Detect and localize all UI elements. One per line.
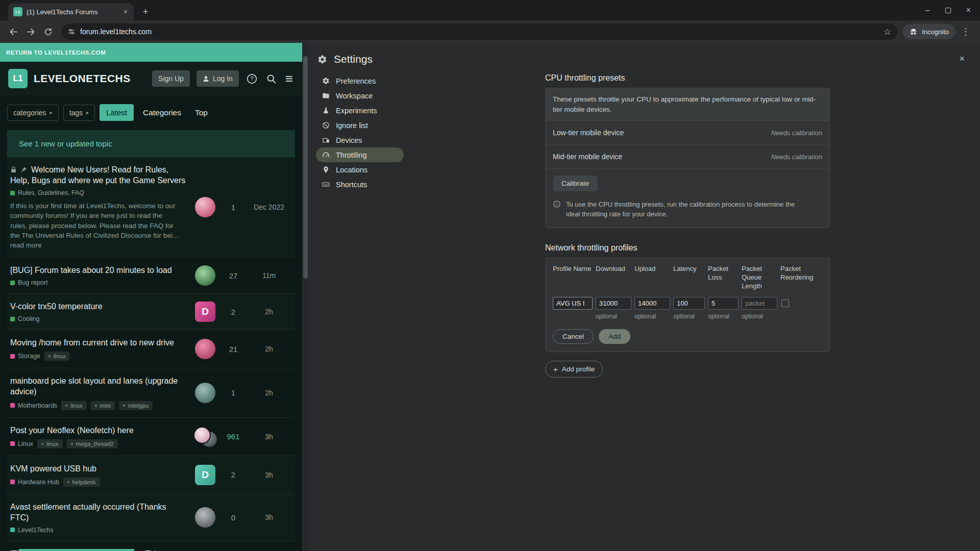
window-minimize-icon[interactable]: – <box>925 8 930 13</box>
cancel-button[interactable]: Cancel <box>553 329 594 344</box>
new-tab-button[interactable]: + <box>138 4 153 19</box>
hamburger-menu-icon[interactable]: ≡ <box>284 72 294 85</box>
tags-dropdown[interactable]: tags ▸ <box>63 105 95 121</box>
settings-close-icon[interactable]: × <box>956 53 968 65</box>
category-color-square <box>10 354 15 359</box>
category-badge[interactable]: Linux <box>10 440 33 447</box>
new-topics-banner[interactable]: See 1 new or updated topic <box>7 130 295 157</box>
site-logo[interactable]: L1 <box>8 69 28 88</box>
settings-menu-workspace[interactable]: Workspace <box>316 88 404 103</box>
tab-top[interactable]: Top <box>190 105 212 121</box>
site-brand[interactable]: LEVELONETECHS <box>34 72 131 85</box>
avatar[interactable] <box>195 507 215 528</box>
category-badge[interactable]: Bug report <box>10 279 47 286</box>
avatar[interactable] <box>195 197 215 217</box>
profile-name-input[interactable] <box>553 297 593 310</box>
avatar[interactable] <box>195 339 215 359</box>
category-badge[interactable]: Rules, Guidelines, FAQ <box>10 189 84 196</box>
return-banner[interactable]: RETURN TO LEVEL1TECHS.COM <box>0 43 302 62</box>
window-maximize-icon[interactable] <box>945 8 951 13</box>
category-badge[interactable]: Level1Techs <box>10 527 54 534</box>
latency-input[interactable] <box>673 297 705 310</box>
settings-menu-throttling[interactable]: Throttling <box>316 147 404 162</box>
settings-menu-shortcuts[interactable]: Shortcuts <box>316 177 404 192</box>
search-icon[interactable] <box>265 72 278 85</box>
topic-title[interactable]: Welcome New Users! Read for Rules, Help,… <box>10 164 187 186</box>
topic-row[interactable]: V-color trx50 temperature Cooling D 2 2h <box>7 294 295 330</box>
window-close-icon[interactable]: × <box>966 6 971 15</box>
chevron-right-icon: ▸ <box>50 110 53 115</box>
read-more-link[interactable]: read more <box>10 241 42 249</box>
forum-scrollbar[interactable] <box>302 43 309 551</box>
topic-row[interactable]: [BUG] Forum takes about 20 minutes to lo… <box>7 258 295 294</box>
settings-menu-locations[interactable]: Locations <box>316 162 404 177</box>
topic-row[interactable]: Moving /home from current drive to new d… <box>7 330 295 368</box>
tag-pill[interactable]: mega_thread2 <box>67 439 118 448</box>
avatar[interactable] <box>195 383 215 403</box>
category-badge[interactable]: Storage <box>10 353 40 360</box>
packet-queue-length-input[interactable] <box>742 297 777 310</box>
forum-scrollbar-thumb[interactable] <box>303 56 308 279</box>
topic-row[interactable]: Post your Neoflex (Neofetch) here Linux … <box>7 418 295 456</box>
avatar[interactable]: D <box>195 465 215 485</box>
topic-title[interactable]: [BUG] Forum takes about 20 minutes to lo… <box>10 265 187 276</box>
packet-loss-input[interactable] <box>708 297 739 310</box>
site-info-icon[interactable] <box>67 28 76 36</box>
calibrate-button[interactable]: Calibrate <box>553 176 598 191</box>
category-color-square <box>10 191 15 195</box>
topic-row[interactable]: KVM powered USB hub Hardware Hub helpdes… <box>7 456 295 494</box>
category-badge[interactable]: Cooling <box>10 315 39 322</box>
login-button[interactable]: Log In <box>197 70 239 87</box>
category-badge[interactable]: Motherboards <box>10 402 57 409</box>
bookmark-star-icon[interactable]: ☆ <box>884 27 891 37</box>
categories-dropdown[interactable]: categories ▸ <box>7 105 59 121</box>
calibration-info-text: To use the CPU throttling presets, run t… <box>566 200 801 219</box>
tag-pill[interactable]: linux <box>37 439 63 448</box>
topic-title[interactable]: Post your Neoflex (Neofetch) here <box>10 425 187 436</box>
tag-pill[interactable]: intelgpu <box>119 401 153 410</box>
address-bar[interactable]: forum.level1techs.com ☆ <box>61 23 897 40</box>
flask-icon <box>322 107 330 114</box>
reload-icon[interactable] <box>40 23 56 40</box>
url-text[interactable]: forum.level1techs.com <box>80 28 879 36</box>
tab-categories[interactable]: Categories <box>138 105 186 121</box>
tab-close-icon[interactable]: × <box>122 8 129 16</box>
tag-pill[interactable]: intel <box>91 401 115 410</box>
preset-row[interactable]: Low-tier mobile device Needs calibration <box>546 121 829 145</box>
add-button[interactable]: Add <box>599 329 630 344</box>
topic-title[interactable]: Avast settlement actually occurred (Than… <box>10 502 187 523</box>
topic-title[interactable]: Moving /home from current drive to new d… <box>10 337 187 348</box>
topic-title[interactable]: KVM powered USB hub <box>10 463 187 474</box>
topic-row[interactable]: Welcome New Users! Read for Rules, Help,… <box>7 157 295 258</box>
packet-reordering-checkbox[interactable] <box>781 299 789 307</box>
add-profile-button[interactable]: + Add profile <box>545 361 603 378</box>
signup-button[interactable]: Sign Up <box>152 70 190 87</box>
tag-pill[interactable]: helpdesk <box>63 478 100 487</box>
download-input[interactable] <box>596 297 631 310</box>
col-header-upload: Upload <box>634 265 670 291</box>
forward-icon[interactable] <box>22 23 39 40</box>
tag-pill[interactable]: linux <box>61 401 87 410</box>
topic-row[interactable]: Avast settlement actually occurred (Than… <box>7 494 295 541</box>
help-icon[interactable]: ? <box>246 72 258 85</box>
back-icon[interactable] <box>5 23 21 40</box>
settings-menu-experiments[interactable]: Experiments <box>316 103 404 118</box>
preset-row[interactable]: Mid-tier mobile device Needs calibration <box>546 145 829 169</box>
topic-title[interactable]: V-color trx50 temperature <box>10 301 187 312</box>
browser-tab[interactable]: L1 (1) Level1Techs Forums × <box>8 3 134 20</box>
browser-menu-icon[interactable]: ⋮ <box>957 26 975 37</box>
avatar[interactable]: D <box>195 302 215 322</box>
topic-row[interactable]: mainboard pcie slot layout and lanes (up… <box>7 368 295 417</box>
browser-toolbar: forum.level1techs.com ☆ Incognito ⋮ <box>0 20 980 43</box>
settings-menu-preferences[interactable]: Preferences <box>316 73 404 88</box>
preset-status: Needs calibration <box>771 153 822 161</box>
topic-title[interactable]: mainboard pcie slot layout and lanes (up… <box>10 375 187 397</box>
avatar-group[interactable] <box>193 427 217 447</box>
settings-menu-devices[interactable]: Devices <box>316 133 404 147</box>
tag-pill[interactable]: linux <box>44 352 70 361</box>
category-badge[interactable]: Hardware Hub <box>10 479 59 486</box>
avatar[interactable] <box>195 265 215 286</box>
settings-menu-ignore-list[interactable]: Ignore list <box>316 118 404 133</box>
tab-latest[interactable]: Latest <box>100 104 134 121</box>
upload-input[interactable] <box>634 297 670 310</box>
